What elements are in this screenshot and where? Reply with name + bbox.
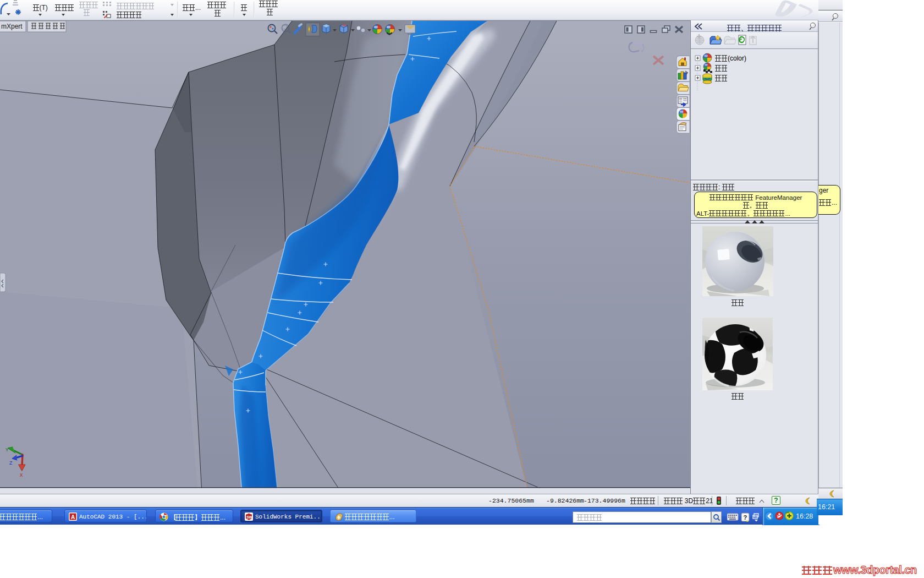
svg-text:SW: SW bbox=[246, 515, 252, 519]
svg-text:?: ? bbox=[744, 514, 747, 521]
svg-text:Y: Y bbox=[6, 448, 9, 453]
svg-text:mXpert: mXpert bbox=[1, 23, 23, 30]
svg-text:Z: Z bbox=[9, 461, 13, 466]
svg-text:A: A bbox=[71, 514, 75, 520]
svg-text:X: X bbox=[20, 473, 23, 478]
